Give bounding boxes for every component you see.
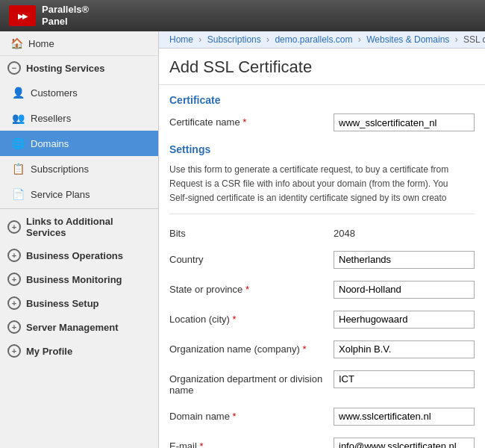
my-profile-label: My Profile: [26, 346, 72, 357]
breadcrumb-websites[interactable]: Websites & Domains: [366, 34, 449, 45]
sidebar-hosting-services[interactable]: − Hosting Services: [0, 56, 158, 80]
hosting-services-label: Hosting Services: [26, 63, 105, 74]
business-setup-label: Business Setup: [26, 298, 99, 309]
sidebar-item-home[interactable]: 🏠 Home: [0, 31, 158, 56]
sidebar-links-section[interactable]: + Links to Additional Services: [0, 211, 158, 243]
location-label: Location (city) *: [169, 311, 334, 325]
sidebar-item-domains[interactable]: 🌐 Domains: [0, 131, 158, 156]
certificate-name-input[interactable]: [334, 113, 475, 131]
customers-icon: 👤: [10, 85, 25, 100]
email-input[interactable]: [334, 438, 475, 448]
settings-heading: Settings: [169, 143, 475, 155]
home-label: Home: [28, 38, 54, 49]
country-input[interactable]: [334, 251, 475, 269]
org-dept-label: Organization department or division name: [169, 370, 334, 396]
breadcrumb-domain[interactable]: demo.parallels.com: [275, 34, 352, 45]
service-plans-label: Service Plans: [31, 189, 90, 200]
app-name: Parallels® Panel: [42, 4, 89, 27]
certificate-name-label: Certificate name *: [169, 113, 334, 128]
business-monitoring-icon: +: [7, 273, 21, 286]
home-icon: 🏠: [10, 37, 23, 49]
sidebar-business-monitoring[interactable]: + Business Monitoring: [0, 267, 158, 291]
links-label: Links to Additional Services: [26, 216, 151, 238]
email-label: E-mail *: [169, 438, 334, 448]
org-name-row: Organization name (company) *: [169, 340, 475, 363]
sidebar-server-management[interactable]: + Server Management: [0, 315, 158, 339]
subscriptions-label: Subscriptions: [31, 164, 89, 175]
main-layout: 🏠 Home − Hosting Services 👤 Customers 👥 …: [0, 31, 485, 448]
breadcrumb-subscriptions[interactable]: Subscriptions: [207, 34, 261, 45]
domains-label: Domains: [31, 138, 69, 149]
sidebar-item-subscriptions[interactable]: 📋 Subscriptions: [0, 156, 158, 181]
business-ops-label: Business Operations: [26, 250, 123, 261]
bits-row: Bits 2048: [169, 225, 475, 243]
domain-label: Domain name *: [169, 408, 334, 422]
sidebar-business-setup[interactable]: + Business Setup: [0, 291, 158, 315]
settings-description: Use this form to generate a certificate …: [169, 163, 475, 214]
email-row: E-mail *: [169, 438, 475, 448]
sidebar-my-profile[interactable]: + My Profile: [0, 339, 158, 363]
country-label: Country: [169, 251, 334, 265]
sidebar-business-ops[interactable]: + Business Operations: [0, 243, 158, 267]
country-row: Country: [169, 251, 475, 273]
settings-section: Settings Use this form to generate a cer…: [169, 143, 475, 448]
breadcrumb-current: SSL certificate: [463, 34, 485, 45]
app-header: Parallels® Panel: [0, 0, 485, 31]
page-title: Add SSL Certificate: [159, 49, 485, 85]
server-management-label: Server Management: [26, 322, 119, 333]
resellers-icon: 👥: [10, 111, 25, 125]
resellers-label: Resellers: [31, 113, 71, 124]
certificate-heading: Certificate: [169, 94, 475, 106]
org-dept-row: Organization department or division name: [169, 370, 475, 400]
business-monitoring-label: Business Monitoring: [26, 274, 122, 285]
domain-input[interactable]: [334, 408, 475, 426]
breadcrumb-home[interactable]: Home: [169, 34, 193, 45]
logo-icon: [9, 5, 36, 26]
subscriptions-icon: 📋: [10, 161, 25, 176]
location-row: Location (city) *: [169, 311, 475, 333]
state-input[interactable]: [334, 281, 475, 299]
org-name-input[interactable]: [334, 340, 475, 358]
sidebar-item-customers[interactable]: 👤 Customers: [0, 80, 158, 105]
my-profile-icon: +: [7, 344, 21, 358]
business-ops-circle-icon: +: [7, 249, 21, 262]
certificate-name-row: Certificate name *: [169, 113, 475, 136]
sidebar-divider-1: [0, 208, 158, 209]
links-circle-icon: +: [7, 220, 21, 234]
domains-icon: 🌐: [10, 136, 25, 151]
server-management-icon: +: [7, 320, 21, 334]
domain-row: Domain name *: [169, 408, 475, 430]
main-content: Home › Subscriptions › demo.parallels.co…: [159, 31, 485, 448]
customers-label: Customers: [31, 87, 78, 99]
state-label: State or province *: [169, 281, 334, 295]
content-area: Certificate Certificate name * Settings …: [159, 85, 485, 448]
org-dept-input[interactable]: [334, 370, 475, 388]
location-input[interactable]: [334, 311, 475, 329]
bits-label: Bits: [169, 225, 334, 239]
business-setup-icon: +: [7, 296, 21, 310]
breadcrumb: Home › Subscriptions › demo.parallels.co…: [159, 31, 485, 49]
state-row: State or province *: [169, 281, 475, 303]
service-plans-icon: 📄: [10, 187, 25, 202]
org-name-label: Organization name (company) *: [169, 340, 334, 355]
bits-value: 2048: [334, 225, 355, 239]
sidebar-item-resellers[interactable]: 👥 Resellers: [0, 105, 158, 131]
hosting-circle-icon: −: [7, 61, 21, 75]
sidebar: 🏠 Home − Hosting Services 👤 Customers 👥 …: [0, 31, 159, 448]
sidebar-item-service-plans[interactable]: 📄 Service Plans: [0, 181, 158, 207]
